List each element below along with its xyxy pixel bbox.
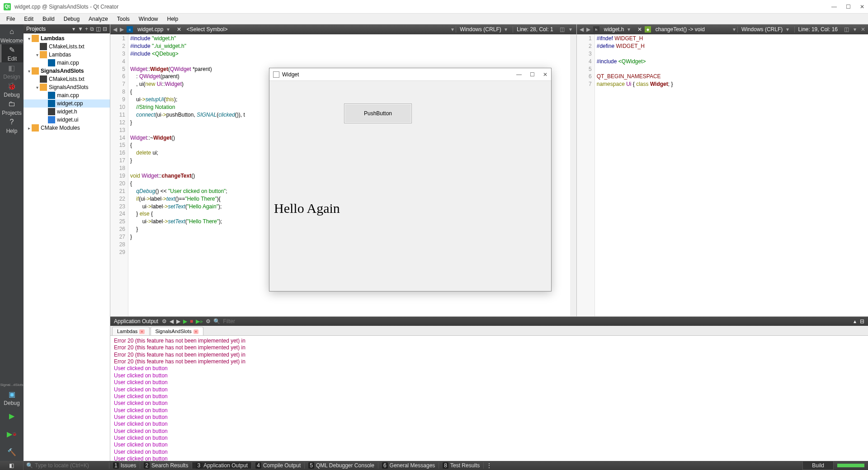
app-titlebar[interactable]: Widget — ☐ ✕ — [269, 68, 551, 81]
sidebar-tool-0[interactable]: ▼ — [78, 26, 83, 32]
sidebar-toggle-icon[interactable]: ◧ — [0, 461, 24, 470]
build-status-button[interactable]: Build — [802, 461, 834, 470]
pane-compile-output[interactable]: 4Compile Output — [252, 462, 305, 469]
file-selector-left[interactable]: widget.cpp ▾ — [135, 25, 174, 33]
pane-general-messages[interactable]: 6General Messages — [378, 462, 439, 469]
close-document-left[interactable]: ✕ — [174, 26, 184, 33]
menu-file[interactable]: File — [2, 15, 19, 23]
output-attach-icon[interactable]: ⚙ — [206, 318, 211, 324]
tree-item-widget-cpp[interactable]: widget.cpp — [24, 99, 110, 108]
split-icon[interactable]: ◫ — [560, 26, 565, 33]
window-titlebar: Qt widget.cpp @ SignalsAndSlots - Qt Cre… — [0, 0, 868, 14]
mode-help[interactable]: ?Help — [0, 117, 23, 135]
kit-selector[interactable]: Signal...dSlots — [0, 381, 25, 389]
app-minimize-button[interactable]: — — [516, 71, 522, 78]
app-icon — [273, 71, 279, 78]
output-tab-signalsandslots[interactable]: SignalsAndSlots× — [151, 327, 203, 335]
sidebar-tool-1[interactable]: + — [85, 26, 88, 32]
symbol-selector-left[interactable]: <Select Symbol> — [184, 25, 450, 33]
tree-item-main-cpp[interactable]: main.cpp — [24, 91, 110, 99]
tree-item-cmakelists-txt[interactable]: CMakeLists.txt — [24, 75, 110, 83]
tree-item-cmakelists-txt[interactable]: CMakeLists.txt — [24, 42, 110, 51]
scrollbar-v[interactable] — [570, 34, 576, 316]
mode-debug[interactable]: 🐞Debug — [0, 80, 23, 99]
menubar: FileEditBuildDebugAnalyzeToolsWindowHelp — [0, 14, 868, 24]
output-tab-lambdas[interactable]: Lambdas× — [112, 327, 150, 335]
menu-build[interactable]: Build — [38, 15, 59, 23]
output-text[interactable]: Error 20 (this feature has not been impl… — [110, 336, 868, 461]
output-title[interactable]: Application Output — [114, 318, 158, 324]
output-maximize-icon[interactable]: ▴ — [854, 318, 856, 324]
minimize-button[interactable]: — — [831, 4, 837, 10]
output-close-icon[interactable]: ⊟ — [860, 318, 864, 324]
mode-bar: ⌂Welcome✎Edit◧Design🐞Debug🗀Projects?Help… — [0, 24, 24, 461]
maximize-button[interactable]: ☐ — [846, 4, 851, 10]
project-tree[interactable]: ▾LambdasCMakeLists.txt▾Lambdasmain.cpp▾S… — [24, 33, 110, 461]
close-document-right[interactable]: ✕ — [635, 26, 645, 33]
app-close-button[interactable]: ✕ — [543, 71, 547, 78]
output-prev-icon[interactable]: ◀ — [170, 318, 174, 324]
code-editor-right[interactable]: 1234567 #ifndef WIDGET_H#define WIDGET_H… — [577, 34, 868, 316]
cursor-pos-right[interactable]: Line: 19, Col: 16 — [794, 26, 841, 33]
menu-tools[interactable]: Tools — [113, 15, 134, 23]
run-button[interactable]: ▶ — [0, 407, 24, 425]
output-settings-icon[interactable]: ⚙ — [162, 318, 167, 324]
file-selector-right[interactable]: widget.h ▾ — [601, 25, 635, 33]
window-title: widget.cpp @ SignalsAndSlots - Qt Creato… — [14, 4, 831, 10]
push-button[interactable]: PushButton — [344, 103, 412, 123]
tree-item-widget-h[interactable]: widget.h — [24, 108, 110, 116]
menu-debug[interactable]: Debug — [59, 15, 84, 23]
run-debug-start-button[interactable]: ▶🐞 — [0, 425, 24, 443]
pane-application-output[interactable]: 3Application Output — [192, 462, 252, 469]
output-next-icon[interactable]: ▶ — [176, 318, 180, 324]
menu-window[interactable]: Window — [134, 15, 163, 23]
app-title: Widget — [282, 71, 516, 78]
close-button[interactable]: ✕ — [860, 4, 864, 10]
tree-item-cmake modules[interactable]: ▸CMake Modules — [24, 124, 110, 132]
symbol-selector-right[interactable]: changeText() -> void — [653, 25, 731, 33]
output-run-icon[interactable]: ▶ — [183, 318, 187, 324]
output-rerun-icon[interactable]: ▶⟳ — [196, 318, 203, 324]
build-button[interactable]: 🔨 — [0, 443, 24, 461]
close-icon[interactable]: × — [139, 329, 144, 334]
menu-help[interactable]: Help — [163, 15, 183, 23]
encoding-right[interactable]: Windows (CRLF) ▾ — [737, 26, 794, 33]
mode-welcome[interactable]: ⌂Welcome — [0, 26, 23, 44]
mode-edit[interactable]: ✎Edit — [0, 44, 23, 62]
cursor-pos-left[interactable]: Line: 28, Col: 1 — [513, 26, 557, 33]
tree-item-signalsandslots[interactable]: ▾SignalsAndSlots — [24, 83, 110, 91]
nav-back-icon[interactable]: ◀ — [113, 26, 117, 33]
mode-projects[interactable]: 🗀Projects — [0, 99, 23, 117]
pane-qml-debugger-console[interactable]: 5QML Debugger Console — [305, 462, 378, 469]
sidebar-dropdown-icon[interactable]: ▾ — [72, 26, 75, 32]
output-stop-icon[interactable]: ■ — [190, 318, 193, 324]
sidebar-tool-2[interactable]: ⧉ — [90, 26, 94, 32]
nav-back-icon[interactable]: ◀ — [580, 26, 584, 33]
locator-input[interactable] — [35, 462, 106, 469]
run-debug-button[interactable]: ▣Debug — [0, 389, 24, 407]
tree-item-widget-ui[interactable]: widget.ui — [24, 116, 110, 124]
sidebar-title[interactable]: Projects — [26, 26, 72, 32]
build-progress — [837, 464, 864, 467]
tree-item-lambdas[interactable]: ▾Lambdas — [24, 34, 110, 42]
projects-sidebar: Projects ▾ ▼+⧉◫⊟ ▾LambdasCMakeLists.txt▾… — [24, 24, 110, 461]
menu-analyze[interactable]: Analyze — [84, 15, 113, 23]
encoding-left[interactable]: Windows (CRLF) ▾ — [456, 26, 513, 33]
split-icon[interactable]: ◫ — [844, 26, 849, 33]
app-maximize-button[interactable]: ☐ — [530, 71, 535, 78]
close-split-icon[interactable]: ✕ — [861, 26, 865, 33]
output-filter-input[interactable] — [223, 318, 277, 324]
tree-item-lambdas[interactable]: ▾Lambdas — [24, 51, 110, 59]
tree-item-signalsandslots[interactable]: ▾SignalsAndSlots — [24, 67, 110, 75]
tree-item-main-cpp[interactable]: main.cpp — [24, 59, 110, 67]
panes-more-icon[interactable]: ⋮ — [484, 462, 495, 469]
nav-fwd-icon[interactable]: ▶ — [120, 26, 124, 33]
menu-edit[interactable]: Edit — [19, 15, 38, 23]
pane-search-results[interactable]: 2Search Results — [140, 462, 192, 469]
sidebar-tool-4[interactable]: ⊟ — [103, 26, 107, 32]
close-icon[interactable]: × — [193, 329, 198, 334]
pane-test-results[interactable]: 8Test Results — [439, 462, 484, 469]
pane-issues[interactable]: 1Issues — [109, 462, 140, 469]
nav-fwd-icon[interactable]: ▶ — [586, 26, 590, 33]
sidebar-tool-3[interactable]: ◫ — [96, 26, 101, 32]
